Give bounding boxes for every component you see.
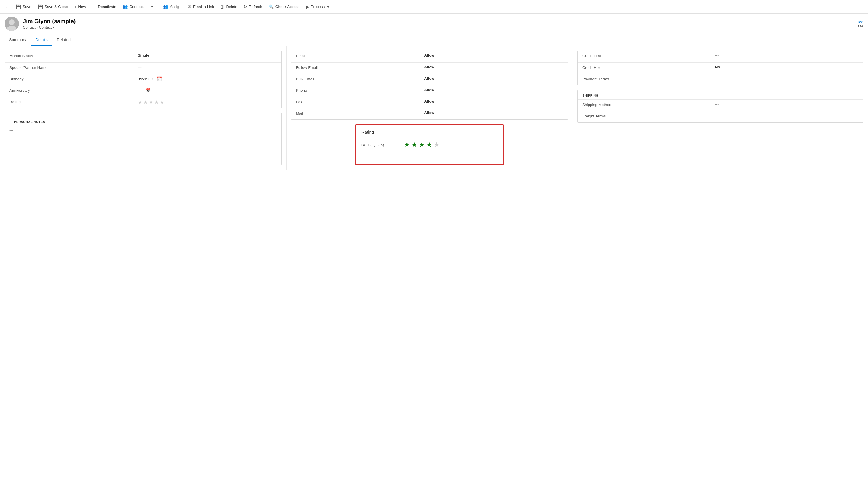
tab-related[interactable]: Related	[52, 34, 75, 46]
rating-stars[interactable]: ★ ★ ★ ★ ★	[138, 99, 277, 106]
field-row-email: Email Allow	[291, 51, 568, 62]
connect-button[interactable]: 👥 Connect	[120, 3, 147, 11]
shipping-title: SHIPPING	[578, 90, 863, 99]
credit-hold-value: No	[715, 65, 858, 69]
personal-notes-title: PERSONAL NOTES	[10, 117, 277, 126]
tab-summary[interactable]: Summary	[4, 34, 31, 46]
credit-hold-label: Credit Hold	[582, 65, 715, 70]
delete-button[interactable]: 🗑 Delete	[217, 3, 240, 11]
mail-label: Mail	[296, 111, 424, 115]
personal-info-section: Marital Status Single Spouse/Partner Nam…	[4, 51, 282, 108]
breadcrumb-sep: ·	[37, 25, 38, 29]
delete-icon: 🗑	[220, 4, 225, 9]
birthday-value: 3/2/1959 📅	[138, 76, 277, 81]
popup-star-2[interactable]: ★	[411, 141, 417, 149]
check-access-icon: 🔍	[269, 4, 274, 10]
save-button[interactable]: 💾 Save	[13, 3, 34, 11]
field-row-phone: Phone Allow	[291, 85, 568, 97]
shipping-method-label: Shipping Method	[582, 102, 715, 107]
field-row-bulk-email: Bulk Email Allow	[291, 74, 568, 85]
right-column: Credit Limit --- Credit Hold No Payment …	[573, 46, 868, 127]
assign-button[interactable]: 👥 Assign	[160, 3, 184, 11]
payment-terms-label: Payment Terms	[582, 76, 715, 81]
new-icon: +	[74, 4, 77, 9]
breadcrumb-contact2[interactable]: Contact	[39, 25, 52, 29]
star-3[interactable]: ★	[149, 99, 153, 106]
contact-methods-section: Email Allow Follow Email Allow Bulk Emai…	[291, 51, 568, 120]
email-icon: ✉	[188, 4, 192, 10]
birthday-calendar-icon[interactable]: 📅	[157, 76, 162, 81]
header-ma: Ma Ow	[858, 20, 864, 28]
credit-limit-label: Credit Limit	[582, 53, 715, 58]
breadcrumb: Contact · Contact ▾	[23, 25, 854, 29]
back-icon: ←	[5, 4, 10, 9]
save-close-button[interactable]: 💾 Save & Close	[35, 3, 71, 11]
star-1[interactable]: ★	[138, 99, 142, 106]
spouse-label: Spouse/Partner Name	[10, 65, 138, 70]
record-name: Jim Glynn (sample)	[23, 18, 854, 25]
field-row-birthday: Birthday 3/2/1959 📅	[5, 74, 281, 85]
email-value: Allow	[424, 53, 563, 58]
mail-value: Allow	[424, 111, 563, 115]
shipping-section: SHIPPING Shipping Method --- Freight Ter…	[577, 90, 864, 123]
avatar	[4, 17, 19, 31]
billing-section: Credit Limit --- Credit Hold No Payment …	[577, 51, 864, 86]
bulk-email-label: Bulk Email	[296, 76, 424, 81]
field-row-follow-email: Follow Email Allow	[291, 62, 568, 74]
refresh-icon: ↻	[243, 4, 247, 10]
field-row-payment-terms: Payment Terms ---	[578, 74, 863, 85]
phone-value: Allow	[424, 88, 563, 92]
toolbar: ← 💾 Save 💾 Save & Close + New 🗆 Deactiva…	[0, 0, 868, 14]
save-icon: 💾	[16, 4, 21, 10]
shipping-method-value: ---	[715, 102, 858, 106]
main-content: Marital Status Single Spouse/Partner Nam…	[0, 46, 868, 170]
process-chevron-icon: ▼	[326, 5, 330, 9]
field-row-credit-limit: Credit Limit ---	[578, 51, 863, 62]
rating-popup-stars[interactable]: ★ ★ ★ ★ ★	[404, 141, 440, 149]
star-4[interactable]: ★	[154, 99, 159, 106]
refresh-button[interactable]: ↻ Refresh	[241, 3, 265, 11]
deactivate-button[interactable]: 🗆 Deactivate	[89, 3, 119, 11]
connect-chevron-button[interactable]: ▼	[147, 3, 156, 10]
personal-notes-value[interactable]: ---	[10, 128, 277, 133]
email-link-button[interactable]: ✉ Email a Link	[185, 3, 217, 11]
star-5[interactable]: ★	[159, 99, 164, 106]
phone-label: Phone	[296, 88, 424, 93]
follow-email-value: Allow	[424, 65, 563, 69]
freight-terms-value: ---	[715, 113, 858, 118]
popup-star-3[interactable]: ★	[419, 141, 425, 149]
header-text: Jim Glynn (sample) Contact · Contact ▾	[23, 18, 854, 29]
tab-bar: Summary Details Related	[0, 34, 868, 46]
breadcrumb-contact1[interactable]: Contact	[23, 25, 36, 29]
process-icon: ▶	[306, 4, 309, 10]
birthday-label: Birthday	[10, 76, 138, 81]
rating-popup: Rating Rating (1 - 5) ★ ★ ★ ★ ★	[355, 124, 504, 165]
breadcrumb-chevron-icon[interactable]: ▾	[53, 26, 55, 29]
field-row-mail: Mail Allow	[291, 108, 568, 120]
star-2[interactable]: ★	[143, 99, 148, 106]
anniversary-calendar-icon[interactable]: 📅	[146, 88, 151, 93]
new-button[interactable]: + New	[72, 3, 89, 11]
connect-icon: 👥	[122, 4, 128, 10]
personal-notes-section: PERSONAL NOTES ---	[4, 113, 282, 165]
fax-value: Allow	[424, 99, 563, 104]
popup-star-4[interactable]: ★	[426, 141, 432, 149]
tab-details[interactable]: Details	[31, 34, 52, 46]
back-button[interactable]: ←	[2, 3, 12, 11]
separator	[158, 3, 158, 10]
middle-column: Email Allow Follow Email Allow Bulk Emai…	[287, 46, 573, 170]
svg-point-1	[9, 19, 15, 25]
empty-stars-group[interactable]: ★ ★ ★ ★ ★	[138, 99, 164, 106]
rating-label: Rating	[10, 99, 138, 104]
popup-star-1[interactable]: ★	[404, 141, 410, 149]
chevron-down-icon: ▼	[150, 5, 154, 9]
rating-popup-label: Rating (1 - 5)	[362, 143, 401, 147]
field-row-credit-hold: Credit Hold No	[578, 62, 863, 74]
check-access-button[interactable]: 🔍 Check Access	[266, 3, 303, 11]
field-row-rating: Rating ★ ★ ★ ★ ★	[5, 97, 281, 108]
payment-terms-value: ---	[715, 76, 858, 81]
popup-star-5[interactable]: ★	[433, 141, 440, 149]
marital-status-value: Single	[138, 53, 277, 58]
process-button[interactable]: ▶ Process ▼	[303, 3, 333, 11]
spouse-value: ---	[138, 65, 277, 69]
